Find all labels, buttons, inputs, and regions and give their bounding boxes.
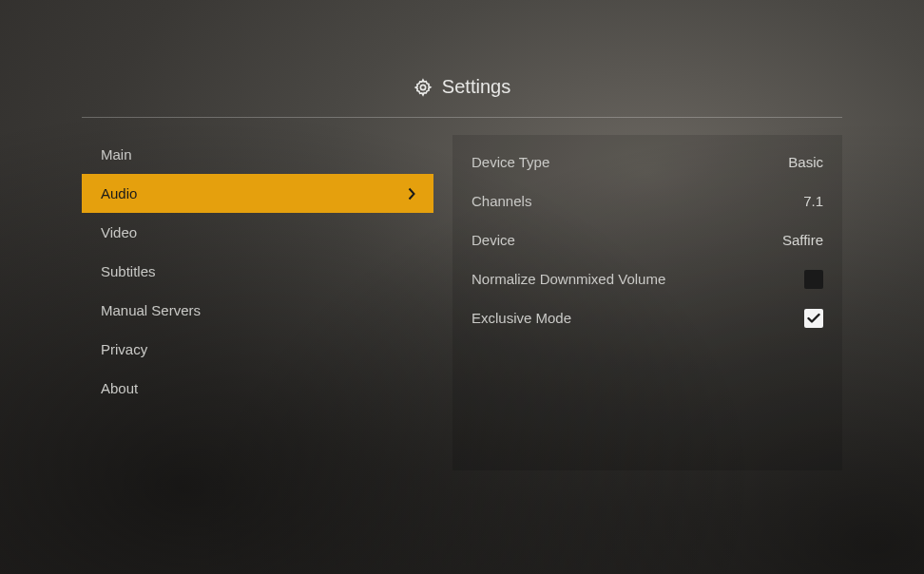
- sidebar-item-manual-servers[interactable]: Manual Servers: [82, 291, 433, 330]
- sidebar-item-label: Audio: [101, 185, 137, 201]
- setting-label: Device Type: [472, 154, 788, 170]
- sidebar-item-label: Main: [101, 146, 132, 163]
- checkbox-normalize[interactable]: [804, 270, 823, 289]
- sidebar-item-label: Privacy: [101, 341, 147, 357]
- setting-label: Exclusive Mode: [472, 310, 804, 326]
- sidebar-item-label: Video: [101, 224, 137, 240]
- sidebar-item-main[interactable]: Main: [82, 135, 433, 174]
- setting-value: Saffire: [782, 232, 823, 248]
- setting-value: Basic: [788, 154, 823, 170]
- settings-panel: Device Type Basic Channels 7.1 Device Sa…: [452, 135, 842, 470]
- sidebar-item-about[interactable]: About: [82, 369, 433, 408]
- setting-label: Normalize Downmixed Volume: [472, 271, 804, 287]
- sidebar-item-audio[interactable]: Audio: [82, 174, 433, 213]
- gear-icon: [414, 78, 433, 97]
- setting-channels[interactable]: Channels 7.1: [472, 182, 823, 220]
- setting-label: Channels: [472, 193, 803, 209]
- settings-header: Settings: [82, 76, 842, 118]
- page-title: Settings: [442, 76, 510, 98]
- setting-normalize-downmixed-volume[interactable]: Normalize Downmixed Volume: [472, 259, 823, 298]
- settings-sidebar: Main Audio Video Subtitles Manual Server…: [82, 135, 433, 470]
- sidebar-item-privacy[interactable]: Privacy: [82, 330, 433, 369]
- sidebar-item-label: Manual Servers: [101, 302, 201, 318]
- setting-value: 7.1: [803, 193, 823, 209]
- setting-device[interactable]: Device Saffire: [472, 220, 823, 259]
- chevron-right-icon: [407, 187, 416, 201]
- checkbox-exclusive-mode[interactable]: [804, 309, 823, 328]
- sidebar-item-video[interactable]: Video: [82, 213, 433, 252]
- setting-device-type[interactable]: Device Type Basic: [472, 143, 823, 182]
- sidebar-item-label: Subtitles: [101, 263, 156, 279]
- setting-label: Device: [472, 232, 782, 248]
- sidebar-item-label: About: [101, 380, 138, 396]
- svg-point-0: [420, 85, 425, 89]
- setting-exclusive-mode[interactable]: Exclusive Mode: [472, 298, 823, 337]
- sidebar-item-subtitles[interactable]: Subtitles: [82, 252, 433, 291]
- check-icon: [807, 313, 820, 324]
- settings-content: Main Audio Video Subtitles Manual Server…: [82, 135, 842, 470]
